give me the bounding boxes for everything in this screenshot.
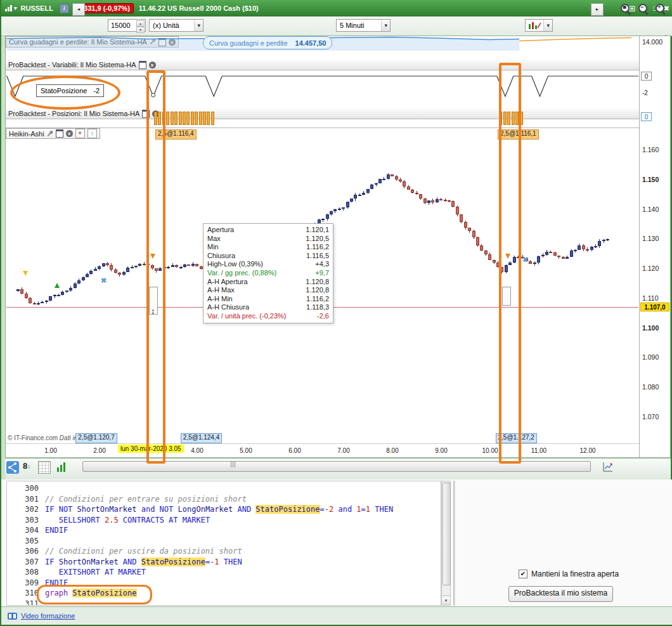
zoom-out-icon[interactable]: − <box>638 3 649 15</box>
scroll-right-button[interactable]: ► <box>591 3 604 16</box>
tick-count-icon[interactable]: 8↕ <box>23 461 30 471</box>
variables-panel-title: ProBacktest - Variabili: Il Mio Sistema-… <box>8 61 136 68</box>
candle-up <box>354 195 357 199</box>
share-icon[interactable] <box>6 461 19 474</box>
code-scroll-down-button[interactable]: ▾ <box>442 596 450 605</box>
zoom-chart-icon[interactable] <box>602 461 614 473</box>
units-count-value[interactable]: 15000 <box>111 22 131 29</box>
compare-updown-icon[interactable]: ↕ <box>87 129 97 138</box>
price-axis-label: 1.120 <box>642 264 659 272</box>
candle-up <box>513 257 516 263</box>
zoom-in-icon[interactable]: + <box>655 3 666 15</box>
code-line[interactable]: 305 <box>7 536 441 547</box>
units-type-select[interactable]: (x) Unità ▾ <box>149 19 204 32</box>
candle-up <box>508 263 512 265</box>
keep-window-open-option[interactable]: ✔ Mantieni la finestra aperta <box>519 570 619 578</box>
code-line[interactable]: 302IF NOT ShortOnMarket and NOT LongOnMa… <box>7 504 441 515</box>
code-scrollbar[interactable]: ▾ <box>441 481 451 606</box>
equity-panel-header: Curva guadagni e perdite: Il Mio Sistema… <box>6 36 179 48</box>
units-count-spinner[interactable]: 15000 ▴ ▾ <box>108 19 146 32</box>
detach-window-icon[interactable] <box>56 129 63 138</box>
candle-down <box>423 199 427 203</box>
exit-trade-marker: ✖ <box>522 256 528 264</box>
code-line[interactable]: 311 <box>7 599 441 606</box>
price-axis-label: 1.150 <box>642 176 659 183</box>
chart-area[interactable] <box>5 36 671 458</box>
wrench-icon[interactable] <box>47 131 53 137</box>
close-panel-icon[interactable]: x <box>169 39 176 46</box>
data-window-row: Apertura1.120,1 <box>207 226 329 235</box>
line-number: 301 <box>7 494 45 505</box>
code-line[interactable]: 309ENDIF <box>7 578 441 589</box>
symbol-name[interactable]: RUSSELL <box>21 4 53 12</box>
wrench-icon[interactable] <box>150 39 156 45</box>
data-window-row: High-Low (0,39%)+4,3 <box>207 260 329 269</box>
candle-down <box>517 257 520 258</box>
candle-up <box>537 256 540 263</box>
candle-down <box>395 176 398 179</box>
histogram-icon[interactable] <box>56 461 67 473</box>
candle-up <box>427 200 430 202</box>
code-line[interactable]: 306// Condizioni per uscire da posizioni… <box>7 546 441 557</box>
chevron-down-icon[interactable]: ▾ <box>381 20 390 31</box>
spin-down-icon[interactable]: ▾ <box>136 27 145 33</box>
candle-up <box>375 183 378 185</box>
time-axis-label: 10.00 <box>477 447 503 454</box>
code-scrollbar-thumb[interactable] <box>443 483 451 585</box>
code-line[interactable]: 304ENDIF <box>7 525 441 536</box>
time-axis-label: 8.00 <box>380 447 405 454</box>
detach-window-icon[interactable] <box>142 110 150 118</box>
panel-divider[interactable] <box>5 127 639 128</box>
candle-down <box>456 207 459 214</box>
close-panel-icon[interactable]: x <box>149 62 156 68</box>
code-line[interactable]: 310graph StatoPosizione <box>7 588 441 599</box>
code-line[interactable]: 300 <box>7 483 441 494</box>
candle-up <box>378 179 382 183</box>
code-line[interactable]: 308 EXITSHORT AT MARKET <box>7 567 441 578</box>
candle-up <box>41 302 44 303</box>
candle-up <box>45 301 48 302</box>
detach-window-icon[interactable] <box>158 38 166 46</box>
candle-up <box>366 189 370 193</box>
code-line[interactable]: 301// Condizioni per entrare su posizion… <box>7 494 441 505</box>
time-axis-label: 12.00 <box>575 447 600 454</box>
chevron-down-icon[interactable]: ▾ <box>194 20 203 31</box>
candle-down <box>110 265 113 270</box>
candle-up <box>578 245 581 250</box>
symbol-dropdown-caret[interactable]: ▾ <box>14 5 17 11</box>
state-position-name: StatoPosizione <box>41 87 87 95</box>
scroll-left-button[interactable]: ◄ <box>72 3 85 16</box>
chart-style-button[interactable]: ▾ <box>525 19 553 32</box>
info-icon[interactable]: i <box>60 4 69 13</box>
time-axis-label: 9.00 <box>429 447 454 454</box>
drag-handle[interactable] <box>502 287 511 306</box>
candle-up <box>594 246 597 247</box>
positions-panel-header: ProBacktest - Posizioni: Il Mio Sistema-… <box>6 108 639 119</box>
chevron-down-icon[interactable]: ▾ <box>543 20 552 31</box>
add-indicator-icon[interactable]: + <box>75 129 85 138</box>
spinner-buttons[interactable]: ▴ ▾ <box>136 20 145 30</box>
code-editor[interactable]: 300301// Condizioni per entrare su posiz… <box>6 481 441 606</box>
candle-up <box>358 195 361 196</box>
run-backtest-button[interactable]: ProBacktesta il mio sistema <box>508 586 613 602</box>
horizontal-scrollbar[interactable] <box>82 461 591 472</box>
candle-up <box>598 241 601 246</box>
position-bar <box>512 112 515 125</box>
zoom-selection-icon[interactable]: ▦ <box>620 3 631 15</box>
position-bar <box>179 112 182 125</box>
position-bar <box>162 112 165 125</box>
video-training-link[interactable]: Video formazione <box>21 612 75 620</box>
spin-up-icon[interactable]: ▴ <box>136 20 145 27</box>
code-line[interactable]: 307IF ShortOnMarket AND StatoPosizione=-… <box>7 557 441 568</box>
code-line[interactable]: 303 SELLSHORT 2.5 CONTRACTS AT MARKET <box>7 515 441 526</box>
spreadsheet-icon[interactable] <box>38 461 51 474</box>
checkbox-checked[interactable]: ✔ <box>519 570 527 578</box>
line-number: 311 <box>7 599 45 606</box>
close-panel-icon[interactable]: x <box>66 130 73 137</box>
position-bar <box>183 112 186 125</box>
scrollbar-grip[interactable] <box>231 461 238 469</box>
timeframe-select[interactable]: 5 Minuti ▾ <box>336 19 391 32</box>
candle-up <box>570 251 573 257</box>
detach-window-icon[interactable] <box>139 61 146 69</box>
candle-down <box>106 263 109 264</box>
